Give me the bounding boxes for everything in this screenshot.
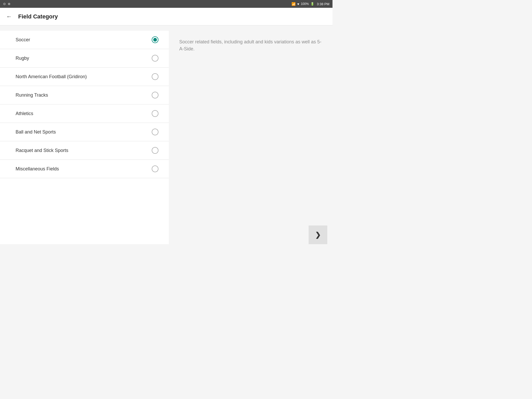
status-bar-left: ⊙ ⊚ bbox=[3, 2, 10, 6]
radio-circle-north-american-football bbox=[152, 73, 158, 80]
notification-icon-2: ⊚ bbox=[8, 2, 10, 6]
next-arrow-icon: ❯ bbox=[315, 231, 321, 239]
selected-description: Soccer related fields, including adult a… bbox=[179, 38, 322, 52]
radio-circle-running-tracks bbox=[152, 92, 158, 98]
status-bar: ⊙ ⊚ 📶 ♥ 100% 🔋 3:38 PM bbox=[0, 0, 332, 8]
radio-circle-soccer bbox=[152, 36, 158, 43]
radio-circle-racquet-and-stick-sports bbox=[152, 147, 158, 154]
wifi-icon: 📶 bbox=[291, 2, 296, 6]
radio-item-ball-and-net-sports[interactable]: Ball and Net Sports bbox=[0, 123, 169, 141]
radio-circle-athletics bbox=[152, 110, 158, 117]
category-label-soccer: Soccer bbox=[16, 37, 30, 43]
category-label-racquet-and-stick-sports: Racquet and Stick Sports bbox=[16, 148, 68, 153]
notification-icon-1: ⊙ bbox=[3, 2, 6, 6]
status-bar-right: 📶 ♥ 100% 🔋 3:38 PM bbox=[291, 2, 329, 6]
category-list: SoccerRugbyNorth American Football (Grid… bbox=[0, 31, 169, 244]
radio-item-miscellaneous-fields[interactable]: Miscellaneous Fields bbox=[0, 160, 169, 178]
battery-percentage: 100% bbox=[301, 2, 309, 6]
category-label-running-tracks: Running Tracks bbox=[16, 92, 48, 98]
description-panel: Soccer related fields, including adult a… bbox=[169, 31, 332, 244]
category-label-rugby: Rugby bbox=[16, 56, 29, 61]
signal-icon: ♥ bbox=[297, 2, 299, 6]
radio-item-rugby[interactable]: Rugby bbox=[0, 49, 169, 68]
radio-item-athletics[interactable]: Athletics bbox=[0, 104, 169, 123]
category-label-miscellaneous-fields: Miscellaneous Fields bbox=[16, 166, 59, 172]
time-display: 3:38 PM bbox=[317, 2, 329, 6]
next-button[interactable]: ❯ bbox=[309, 225, 327, 244]
radio-item-racquet-and-stick-sports[interactable]: Racquet and Stick Sports bbox=[0, 141, 169, 160]
header: ← Field Category bbox=[0, 8, 332, 25]
battery-icon: 🔋 bbox=[310, 2, 314, 6]
back-button[interactable]: ← bbox=[5, 12, 13, 21]
radio-item-soccer[interactable]: Soccer bbox=[0, 31, 169, 49]
radio-circle-rugby bbox=[152, 55, 158, 62]
main-content: SoccerRugbyNorth American Football (Grid… bbox=[0, 25, 332, 249]
radio-circle-ball-and-net-sports bbox=[152, 129, 158, 135]
category-label-athletics: Athletics bbox=[16, 111, 33, 116]
category-label-ball-and-net-sports: Ball and Net Sports bbox=[16, 129, 56, 135]
radio-item-north-american-football[interactable]: North American Football (Gridiron) bbox=[0, 68, 169, 86]
category-label-north-american-football: North American Football (Gridiron) bbox=[16, 74, 87, 79]
radio-circle-miscellaneous-fields bbox=[152, 165, 158, 172]
radio-item-running-tracks[interactable]: Running Tracks bbox=[0, 86, 169, 104]
page-title: Field Category bbox=[18, 13, 58, 20]
